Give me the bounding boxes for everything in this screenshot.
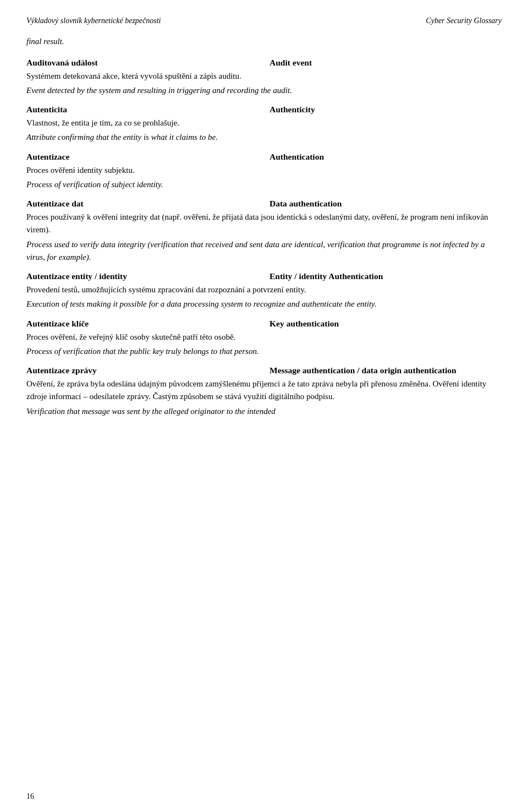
entry-data-authentication: Autentizace dat Data authentication Proc… [26, 199, 502, 264]
page: Výkladový slovník kybernetické bezpečnos… [0, 0, 528, 812]
page-number: 16 [26, 792, 34, 800]
entry-entity-identity-czech-heading: Autentizace entity / identity [26, 271, 270, 281]
entry-audit-event: Auditovaná událost Audit event Systémem … [26, 58, 502, 97]
entry-audit-event-heading: Auditovaná událost Audit event [26, 58, 502, 68]
entry-authenticity-english-body: Attribute confirming that the entity is … [26, 131, 502, 144]
entry-authentication: Autentizace Authentication Proces ověřen… [26, 152, 502, 192]
entry-entity-identity-authentication: Autentizace entity / identity Entity / i… [26, 271, 502, 311]
entry-data-authentication-heading: Autentizace dat Data authentication [26, 199, 502, 209]
entry-authentication-czech-body: Proces ověření identity subjektu. [26, 164, 502, 177]
entry-data-authentication-english-heading: Data authentication [270, 199, 502, 209]
entry-key-authentication: Autentizace klíče Key authentication Pro… [26, 319, 502, 358]
entry-authenticity-czech-heading: Autenticita [26, 105, 270, 115]
entry-authenticity-czech-body: Vlastnost, že entita je tím, za co se pr… [26, 117, 502, 129]
entry-message-authentication-heading: Autentizace zprávy Message authenticatio… [26, 366, 502, 375]
entry-entity-identity-czech-body: Provedení testů, umožňujících systému zp… [26, 284, 502, 296]
entry-data-authentication-english-body: Process used to verify data integrity (v… [26, 238, 502, 264]
entry-message-authentication-english-heading: Message authentication / data origin aut… [270, 366, 457, 375]
page-footer: 16 [26, 792, 34, 801]
entry-authenticity-english-heading: Authenticity [270, 105, 502, 115]
entry-data-authentication-czech-heading: Autentizace dat [26, 199, 270, 209]
intro-text: final result. [26, 35, 502, 48]
entry-authenticity-heading: Autenticita Authenticity [26, 105, 502, 115]
entry-audit-event-czech-heading: Auditovaná událost [26, 58, 270, 68]
entry-data-authentication-czech-body: Proces používaný k ověření integrity dat… [26, 211, 502, 237]
entry-key-authentication-english-heading: Key authentication [270, 319, 502, 329]
entry-entity-identity-english-heading: Entity / identity Authentication [270, 271, 502, 281]
entry-authentication-english-body: Process of verification of subject ident… [26, 178, 502, 191]
entry-audit-event-czech-body: Systémem detekovaná akce, která vyvolá s… [26, 70, 502, 83]
entry-key-authentication-czech-heading: Autentizace klíče [26, 319, 270, 329]
entry-key-authentication-heading: Autentizace klíče Key authentication [26, 319, 502, 329]
entry-message-authentication-english-heading-block: Message authentication / data origin aut… [270, 366, 502, 375]
header-title-right: Cyber Security Glossary [426, 17, 502, 25]
entry-authenticity: Autenticita Authenticity Vlastnost, že e… [26, 105, 502, 144]
entry-audit-event-english-heading: Audit event [270, 58, 502, 68]
entry-entity-identity-heading: Autentizace entity / identity Entity / i… [26, 271, 502, 281]
entry-authentication-english-heading: Authentication [270, 152, 502, 162]
entry-message-authentication-czech-heading: Autentizace zprávy [26, 366, 270, 375]
header-title-left: Výkladový slovník kybernetické bezpečnos… [26, 17, 161, 25]
entry-key-authentication-czech-body: Proces ověření, že veřejný klíč osoby sk… [26, 331, 502, 344]
entry-entity-identity-english-body: Execution of tests making it possible fo… [26, 298, 502, 310]
entry-audit-event-english-body: Event detected by the system and resulti… [26, 84, 502, 97]
entry-message-authentication-english-body: Verification that message was sent by th… [26, 405, 502, 418]
entry-authentication-czech-heading: Autentizace [26, 152, 270, 162]
page-header: Výkladový slovník kybernetické bezpečnos… [26, 17, 502, 25]
entry-authentication-heading: Autentizace Authentication [26, 152, 502, 162]
entry-message-authentication: Autentizace zprávy Message authenticatio… [26, 366, 502, 418]
entry-key-authentication-english-body: Process of verification that the public … [26, 345, 502, 358]
entry-message-authentication-czech-body: Ověření, že zpráva byla odeslána údajným… [26, 378, 502, 404]
